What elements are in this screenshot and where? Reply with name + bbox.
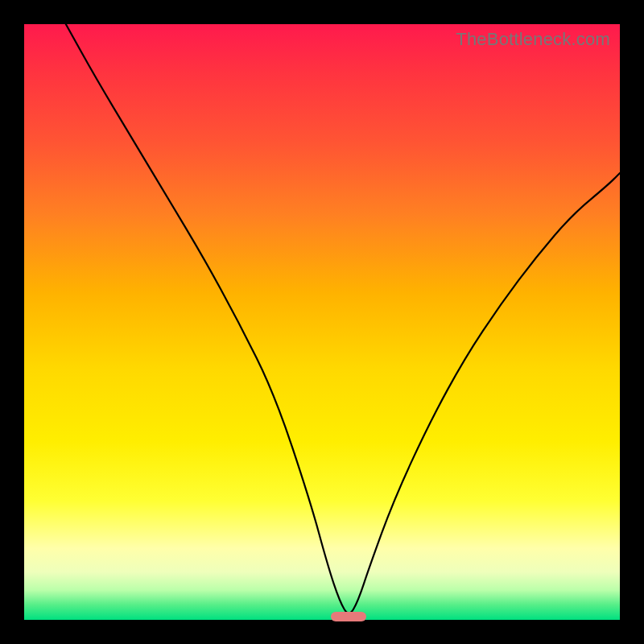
- curve-path: [66, 24, 620, 613]
- plot-area: TheBottleneck.com: [24, 24, 620, 620]
- bottleneck-curve: [24, 24, 620, 620]
- chart-frame: TheBottleneck.com: [0, 0, 644, 644]
- optimal-marker: [331, 612, 366, 621]
